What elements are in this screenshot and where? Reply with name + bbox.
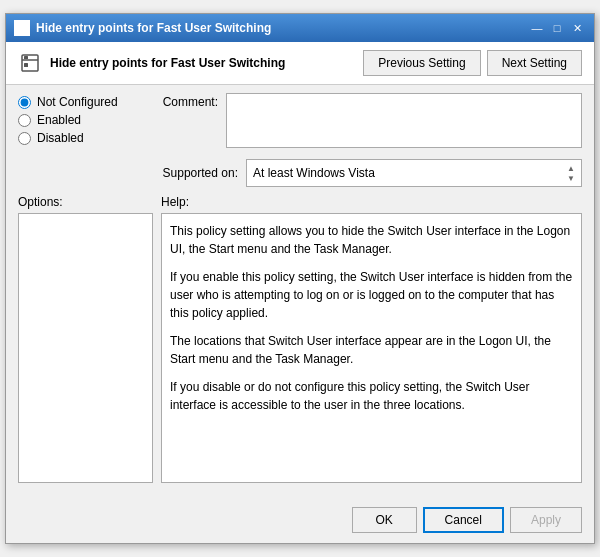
upper-layout: Not Configured Enabled Disabled: [18, 93, 582, 195]
scroll-down-arrow: ▼: [567, 174, 575, 183]
radio-group-container: Not Configured Enabled Disabled: [18, 93, 138, 195]
supported-box: At least Windows Vista ▲ ▼: [246, 159, 582, 187]
help-paragraph-2: If you enable this policy setting, the S…: [170, 268, 573, 322]
radio-not-configured-input[interactable]: [18, 96, 31, 109]
radio-not-configured[interactable]: Not Configured: [18, 95, 138, 109]
radio-disabled[interactable]: Disabled: [18, 131, 138, 145]
window-icon: [14, 20, 30, 36]
dialog-header-buttons: Previous Setting Next Setting: [363, 50, 582, 76]
radio-enabled-input[interactable]: [18, 114, 31, 127]
scroll-up-arrow: ▲: [567, 164, 575, 173]
upper-right: Comment: Supported on: At least Windows …: [138, 93, 582, 195]
supported-scrollbar: ▲ ▼: [567, 164, 575, 183]
dialog-body: Not Configured Enabled Disabled: [6, 85, 594, 501]
ok-button[interactable]: OK: [352, 507, 417, 533]
radio-enabled[interactable]: Enabled: [18, 113, 138, 127]
cancel-button[interactable]: Cancel: [423, 507, 504, 533]
dialog-header-title: Hide entry points for Fast User Switchin…: [50, 56, 285, 70]
title-bar-controls: — □ ✕: [528, 19, 586, 37]
svg-rect-0: [16, 22, 28, 34]
maximize-button[interactable]: □: [548, 19, 566, 37]
svg-rect-6: [24, 56, 28, 59]
next-setting-button[interactable]: Next Setting: [487, 50, 582, 76]
main-panels: Options: Help: This policy setting allow…: [18, 195, 582, 483]
radio-disabled-input[interactable]: [18, 132, 31, 145]
options-panel: Options:: [18, 195, 153, 483]
help-paragraph-3: The locations that Switch User interface…: [170, 332, 573, 368]
dialog-header: Hide entry points for Fast User Switchin…: [6, 42, 594, 85]
options-label: Options:: [18, 195, 153, 209]
options-box: [18, 213, 153, 483]
help-paragraph-4: If you disable or do not configure this …: [170, 378, 573, 414]
comment-area-wrap: [226, 93, 582, 151]
svg-rect-2: [18, 28, 21, 31]
help-label: Help:: [161, 195, 582, 209]
help-box[interactable]: This policy setting allows you to hide t…: [161, 213, 582, 483]
dialog-header-left: Hide entry points for Fast User Switchin…: [18, 51, 285, 75]
help-panel: Help: This policy setting allows you to …: [161, 195, 582, 483]
apply-button[interactable]: Apply: [510, 507, 582, 533]
radio-disabled-label: Disabled: [37, 131, 84, 145]
previous-setting-button[interactable]: Previous Setting: [363, 50, 480, 76]
help-paragraph-1: This policy setting allows you to hide t…: [170, 222, 573, 258]
close-button[interactable]: ✕: [568, 19, 586, 37]
radio-group: Not Configured Enabled Disabled: [18, 95, 138, 145]
comment-textarea[interactable]: [226, 93, 582, 148]
dialog-footer: OK Cancel Apply: [6, 501, 594, 543]
main-window: Hide entry points for Fast User Switchin…: [5, 13, 595, 544]
title-bar-text: Hide entry points for Fast User Switchin…: [36, 21, 271, 35]
supported-row: Supported on: At least Windows Vista ▲ ▼: [138, 159, 582, 187]
radio-not-configured-label: Not Configured: [37, 95, 118, 109]
comment-label: Comment:: [163, 95, 218, 109]
radio-enabled-label: Enabled: [37, 113, 81, 127]
minimize-button[interactable]: —: [528, 19, 546, 37]
title-bar: Hide entry points for Fast User Switchin…: [6, 14, 594, 42]
supported-label: Supported on:: [138, 166, 238, 180]
comment-section: Comment:: [138, 93, 582, 151]
svg-rect-5: [24, 63, 28, 67]
supported-value: At least Windows Vista: [253, 166, 375, 180]
title-bar-left: Hide entry points for Fast User Switchin…: [14, 20, 271, 36]
dialog-icon: [18, 51, 42, 75]
comment-label-wrap: Comment:: [138, 93, 218, 151]
